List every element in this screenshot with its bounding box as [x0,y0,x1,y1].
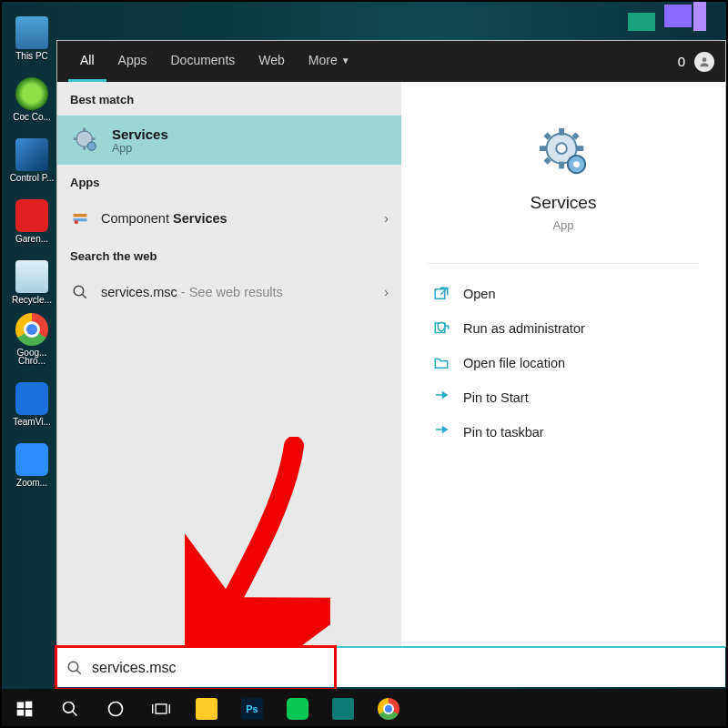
svg-rect-27 [17,702,25,708]
taskbar-app-generic[interactable] [322,689,364,728]
desktop-icon-recycle-bin[interactable]: Recycle... [9,246,55,305]
tab-documents[interactable]: Documents [158,41,247,82]
best-match-item[interactable]: Services App [57,116,401,165]
desktop-icon-control-panel[interactable]: Control P... [9,124,55,183]
svg-rect-5 [92,137,96,140]
tab-more-label: More [308,53,338,67]
section-apps: Apps [57,165,401,198]
desktop-icons-column: This PC Coc Co... Control P... Garen... … [9,2,55,490]
svg-rect-14 [559,162,564,169]
desktop-icon-teamviewer[interactable]: TeamVi... [9,368,55,427]
svg-point-10 [74,286,84,296]
svg-rect-7 [74,214,87,217]
action-open-location[interactable]: Open file location [427,346,700,380]
tab-all[interactable]: All [68,41,106,82]
svg-rect-34 [156,703,167,713]
action-label: Open [463,287,495,301]
svg-rect-13 [559,128,564,136]
svg-rect-15 [540,146,547,151]
desktop-icon-label: TeamVi... [7,417,56,427]
desktop-icon-label: Garen... [7,234,56,244]
detail-subtitle: App [552,218,573,232]
search-input[interactable] [92,660,716,676]
admin-shield-icon [432,319,450,338]
tab-more[interactable]: More ▼ [297,41,362,82]
svg-rect-28 [25,701,33,708]
desktop-icon-label: Coc Co... [7,112,56,122]
component-services-icon [70,208,90,228]
svg-point-31 [64,702,75,713]
chevron-right-icon[interactable]: › [384,211,389,226]
desktop-icon-this-pc[interactable]: This PC [9,2,55,61]
desktop-icon-zoom[interactable]: Zoom... [9,429,55,488]
result-component-services[interactable]: Component Services › [57,198,401,238]
svg-rect-2 [83,128,86,132]
svg-point-22 [573,161,580,167]
action-open[interactable]: Open [427,277,700,311]
pin-icon [432,389,450,407]
desktop-icon-label: Control P... [7,173,56,183]
svg-rect-30 [25,709,33,716]
action-label: Run as administrator [463,321,585,336]
search-icon [70,282,90,302]
tab-apps[interactable]: Apps [106,41,159,82]
results-count: 0 [678,54,685,69]
services-large-icon [537,126,590,178]
desktop-icon-chrome[interactable]: Goog... Chro... [9,307,55,366]
svg-point-20 [556,143,567,154]
start-search-panel: All Apps Documents Web More ▼ 0 Best mat… [57,41,725,646]
taskbar-app-photoshop[interactable]: Ps [231,689,273,728]
action-label: Open file location [463,356,565,370]
desktop-icon-label: Recycle... [7,295,56,305]
profile-avatar[interactable] [694,52,714,72]
pin-icon [432,423,450,441]
action-run-admin[interactable]: Run as administrator [427,311,700,346]
svg-point-25 [68,662,78,672]
svg-point-6 [87,142,96,150]
search-icon [66,660,83,676]
desktop-icon-garena[interactable]: Garen... [9,185,55,244]
section-best-match: Best match [57,82,401,116]
taskbar-app-line[interactable] [277,689,318,728]
folder-location-icon [432,354,450,372]
cortana-button[interactable] [95,689,136,728]
chevron-right-icon[interactable]: › [384,285,389,299]
services-icon [70,125,101,156]
task-view-button[interactable] [140,689,182,728]
taskbar-app-chrome[interactable] [368,689,410,728]
svg-rect-23 [435,289,445,299]
svg-line-32 [73,711,77,715]
svg-rect-29 [17,709,25,715]
search-tabs: All Apps Documents Web More ▼ 0 [57,41,725,82]
taskbar-app-explorer[interactable] [186,689,228,728]
result-label: services.msc - See web results [101,285,373,299]
result-web-search[interactable]: services.msc - See web results › [57,272,401,312]
svg-point-9 [75,220,78,224]
search-results-column: Best match Services App Apps [57,82,401,646]
desktop-icon-label: This PC [7,51,56,61]
wallpaper-detail [592,0,728,41]
svg-point-0 [703,57,707,62]
svg-line-26 [76,670,81,674]
chevron-down-icon: ▼ [341,56,350,66]
desktop-icon-label: Chro... [7,356,56,366]
svg-line-11 [82,294,86,298]
open-icon [432,285,450,303]
svg-point-33 [109,702,123,715]
taskbar-search-button[interactable] [49,689,91,728]
taskbar: Ps [0,689,728,728]
desktop-icon-label: Zoom... [7,478,56,488]
action-label: Pin to taskbar [463,425,544,440]
svg-rect-3 [83,147,86,150]
desktop-icon-coccoc[interactable]: Coc Co... [9,63,55,122]
detail-actions: Open Run as administrator Open file loca… [427,263,700,450]
action-pin-taskbar[interactable]: Pin to taskbar [427,415,700,450]
best-match-title: Services [112,126,168,142]
action-label: Pin to Start [463,390,529,405]
tab-web[interactable]: Web [247,41,297,82]
start-button[interactable] [4,689,46,728]
svg-rect-4 [74,137,77,140]
search-input-bar[interactable] [57,646,725,687]
best-match-subtitle: App [112,142,168,155]
action-pin-start[interactable]: Pin to Start [427,380,700,415]
